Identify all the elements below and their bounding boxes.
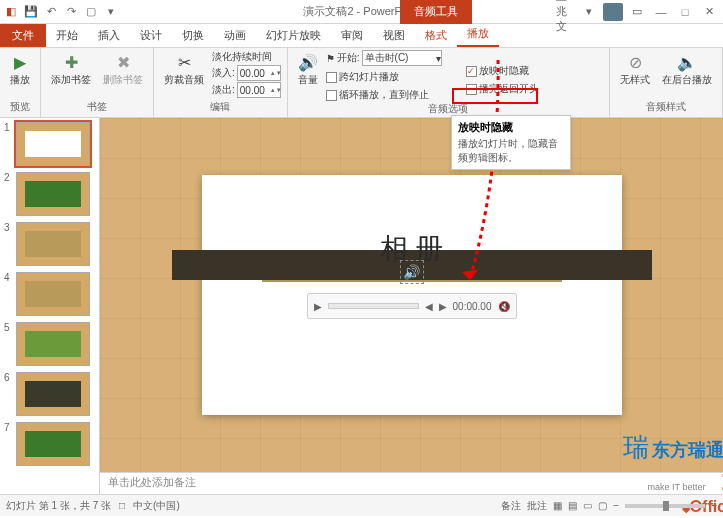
flag-icon: ⚑	[326, 53, 335, 64]
group-audio-styles: ⊘ 无样式 🔈 在后台播放 音频样式	[610, 48, 723, 117]
play-background-button[interactable]: 🔈 在后台播放	[658, 50, 716, 89]
fadeout-input[interactable]: 00.00▲▼	[237, 82, 281, 98]
status-bar: 幻灯片 第 1 张，共 7 张 □ 中文(中国) 备注 批注 ▦ ▤ ▭ ▢ −…	[0, 494, 723, 516]
tooltip-title: 放映时隐藏	[458, 120, 564, 135]
tab-transitions[interactable]: 切换	[172, 24, 214, 47]
quick-access-toolbar: ◧ 💾 ↶ ↷ ▢ ▾	[0, 3, 120, 21]
slide-thumb-2[interactable]: 2	[4, 172, 95, 216]
current-slide[interactable]: 相 册 🔊 ▶ ◀ ▶ 00:00.00 🔇	[202, 175, 622, 415]
slide-thumb-6[interactable]: 6	[4, 372, 95, 416]
group-bookmarks-label: 书签	[47, 100, 147, 115]
no-style-button[interactable]: ⊘ 无样式	[616, 50, 654, 89]
group-editing-label: 编辑	[160, 100, 281, 115]
zoom-slider[interactable]	[625, 504, 705, 508]
avatar[interactable]	[603, 3, 623, 21]
tab-animations[interactable]: 动画	[214, 24, 256, 47]
player-prev-icon[interactable]: ◀	[425, 301, 433, 312]
status-language[interactable]: 中文(中国)	[133, 499, 180, 513]
start-dropdown[interactable]: 单击时(C)▾	[362, 50, 442, 66]
ribbon-content: ▶ 播放 预览 ✚ 添加书签 ✖ 删除书签 书签 ✂ 剪裁音频 淡化持续时间	[0, 48, 723, 118]
status-lang-icon: □	[119, 500, 125, 511]
view-normal-icon[interactable]: ▦	[553, 500, 562, 511]
bookmark-remove-icon: ✖	[113, 52, 133, 72]
slide-thumbnails-panel[interactable]: 1 2 3 4 5 6 7	[0, 118, 100, 494]
speaker-icon: 🔈	[677, 52, 697, 72]
account-dropdown-icon[interactable]: ▾	[579, 5, 599, 18]
tab-playback[interactable]: 播放	[457, 22, 499, 47]
tab-insert[interactable]: 插入	[88, 24, 130, 47]
ribbon-options-icon[interactable]: ▭	[627, 5, 647, 18]
view-sorter-icon[interactable]: ▤	[568, 500, 577, 511]
status-slide-info[interactable]: 幻灯片 第 1 张，共 7 张	[6, 499, 111, 513]
fadein-input[interactable]: 00.00▲▼	[237, 65, 281, 81]
no-style-icon: ⊘	[625, 52, 645, 72]
contextual-tab-label: 音频工具	[400, 0, 472, 24]
save-icon[interactable]: 💾	[22, 3, 40, 21]
tab-design[interactable]: 设计	[130, 24, 172, 47]
loop-checkbox[interactable]	[326, 90, 337, 101]
fadein-label: 淡入:	[212, 66, 235, 80]
player-volume-icon[interactable]: 🔇	[498, 301, 510, 312]
start-label: 开始:	[337, 51, 360, 65]
app-icon[interactable]: ◧	[2, 3, 20, 21]
group-preview-label: 预览	[6, 100, 34, 115]
fade-duration-label: 淡化持续时间	[212, 50, 281, 64]
status-annotations[interactable]: 批注	[527, 499, 547, 513]
account-name[interactable]: 孟兆文	[551, 0, 571, 34]
slide-thumb-7[interactable]: 7	[4, 422, 95, 466]
group-editing: ✂ 剪裁音频 淡化持续时间 淡入: 00.00▲▼ 淡出: 00.00▲▼ 编辑	[154, 48, 288, 117]
zoom-out-icon[interactable]: −	[613, 500, 619, 511]
view-slideshow-icon[interactable]: ▢	[598, 500, 607, 511]
tooltip-body: 播放幻灯片时，隐藏音频剪辑图标。	[458, 137, 564, 165]
annotation-highlight-box	[452, 88, 538, 104]
volume-icon: 🔊	[298, 52, 318, 72]
redo-icon[interactable]: ↷	[62, 3, 80, 21]
maximize-icon[interactable]: □	[675, 6, 695, 18]
undo-icon[interactable]: ↶	[42, 3, 60, 21]
play-button[interactable]: ▶ 播放	[6, 50, 34, 89]
tab-home[interactable]: 开始	[46, 24, 88, 47]
workspace: 1 2 3 4 5 6 7 相 册 🔊 ▶ ◀ ▶ 00:00.00 🔇	[0, 118, 723, 494]
close-icon[interactable]: ✕	[699, 5, 719, 18]
view-reading-icon[interactable]: ▭	[583, 500, 592, 511]
title-bar: ◧ 💾 ↶ ↷ ▢ ▾ 演示文稿2 - PowerPoint 音频工具 孟兆文 …	[0, 0, 723, 24]
audio-clip-icon[interactable]: 🔊	[400, 260, 424, 284]
player-time: 00:00.00	[453, 301, 492, 312]
play-icon: ▶	[10, 52, 30, 72]
slide-editor[interactable]: 相 册 🔊 ▶ ◀ ▶ 00:00.00 🔇 瑞 东方瑞通 Founded in…	[100, 118, 723, 472]
group-styles-label: 音频样式	[616, 100, 716, 115]
bookmark-add-icon: ✚	[61, 52, 81, 72]
slide-thumb-1[interactable]: 1	[4, 122, 95, 166]
tab-slideshow[interactable]: 幻灯片放映	[256, 24, 331, 47]
volume-button[interactable]: 🔊 音量	[294, 50, 322, 89]
tab-view[interactable]: 视图	[373, 24, 415, 47]
tab-file[interactable]: 文件	[0, 24, 46, 47]
slide-thumb-5[interactable]: 5	[4, 322, 95, 366]
remove-bookmark-button[interactable]: ✖ 删除书签	[99, 50, 147, 89]
add-bookmark-button[interactable]: ✚ 添加书签	[47, 50, 95, 89]
hide-during-show-checkbox[interactable]: ✓	[466, 66, 477, 77]
scissors-icon: ✂	[174, 52, 194, 72]
fadeout-label: 淡出:	[212, 83, 235, 97]
qat-dropdown-icon[interactable]: ▾	[102, 3, 120, 21]
slide-thumb-3[interactable]: 3	[4, 222, 95, 266]
across-slides-checkbox[interactable]	[326, 72, 337, 83]
group-bookmarks: ✚ 添加书签 ✖ 删除书签 书签	[41, 48, 154, 117]
player-next-icon[interactable]: ▶	[439, 301, 447, 312]
group-preview: ▶ 播放 预览	[0, 48, 41, 117]
trim-audio-button[interactable]: ✂ 剪裁音频	[160, 50, 208, 89]
group-audio-options: 🔊 音量 ⚑ 开始: 单击时(C)▾ 跨幻灯片播放 循环播放，直到停止 ✓放映时…	[288, 48, 610, 117]
slide-thumb-4[interactable]: 4	[4, 272, 95, 316]
audio-player[interactable]: ▶ ◀ ▶ 00:00.00 🔇	[307, 293, 517, 319]
player-play-icon[interactable]: ▶	[314, 301, 322, 312]
player-track[interactable]	[328, 303, 419, 309]
tooltip-hide-during-show: 放映时隐藏 播放幻灯片时，隐藏音频剪辑图标。	[451, 115, 571, 170]
minimize-icon[interactable]: —	[651, 6, 671, 18]
slideshow-qat-icon[interactable]: ▢	[82, 3, 100, 21]
window-controls: 孟兆文 ▾ ▭ — □ ✕	[551, 0, 723, 34]
status-comments[interactable]: 备注	[501, 499, 521, 513]
play-label: 播放	[10, 73, 30, 87]
tab-review[interactable]: 审阅	[331, 24, 373, 47]
tab-format[interactable]: 格式	[415, 24, 457, 47]
slide-canvas-area: 相 册 🔊 ▶ ◀ ▶ 00:00.00 🔇 瑞 东方瑞通 Founded in…	[100, 118, 723, 494]
